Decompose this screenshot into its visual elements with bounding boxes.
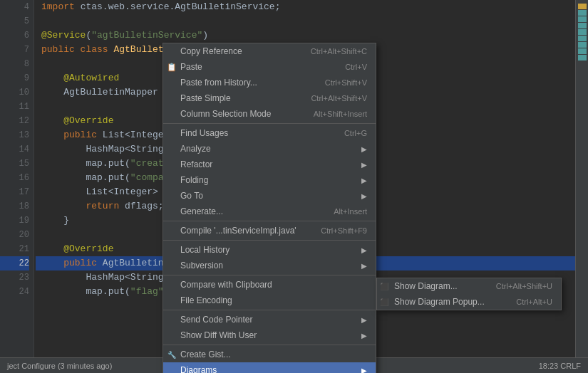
menu-column-selection[interactable]: Column Selection Mode Alt+Shift+Insert [163,106,376,122]
menu-paste[interactable]: 📋 Paste Ctrl+V [163,59,376,75]
show-diagram-label: Show Diagram... [394,281,458,291]
file-encoding-label: File Encoding [180,295,232,305]
generate-label: Generate... [180,206,223,216]
right-gutter [575,0,588,373]
show-diff-user-arrow: ▶ [361,332,367,340]
create-gist-label: Create Gist... [180,350,231,359]
subversion-label: Subversion [180,261,223,270]
menu-diagrams[interactable]: Diagrams ▶ [163,362,376,373]
local-history-label: Local History [180,245,229,255]
menu-compare-clipboard[interactable]: Compare with Clipboard [163,277,376,293]
code-line-4: import ctas.web.service.AgtBulletinServi… [36,0,588,14]
separator-1 [163,123,376,124]
local-history-arrow: ▶ [361,246,367,254]
submenu-show-diagram[interactable]: ⬛ Show Diagram... Ctrl+Alt+Shift+U [377,278,561,294]
paste-label: Paste [180,62,202,72]
menu-goto[interactable]: Go To ▶ [163,188,376,204]
menu-file-encoding[interactable]: File Encoding [163,293,376,308]
line-numbers: 4 5 6 7 8 9 10 11 12 13 14 15 16 17 18 1… [0,0,34,373]
compile-label: Compile '...tinServiceImpl.java' [180,226,296,236]
menu-compile[interactable]: Compile '...tinServiceImpl.java' Ctrl+Sh… [163,223,376,238]
compare-clipboard-label: Compare with Clipboard [180,280,272,290]
separator-6 [163,345,376,345]
paste-simple-label: Paste Simple [180,93,231,103]
menu-send-code-pointer[interactable]: Send Code Pointer ▶ [163,312,376,327]
paste-history-shortcut: Ctrl+Shift+V [325,78,367,87]
find-usages-shortcut: Ctrl+G [344,129,367,137]
paste-simple-shortcut: Ctrl+Alt+Shift+V [311,94,367,103]
gist-icon: 🔧 [166,351,177,359]
code-line-6: @Service("agtBulletinService") [36,28,588,43]
show-diagram-popup-label: Show Diagram Popup... [394,297,485,307]
code-line-5 [36,14,588,28]
show-diagram-popup-shortcut: Ctrl+Alt+U [516,298,552,306]
menu-copy-reference[interactable]: Copy Reference Ctrl+Alt+Shift+C [163,43,376,59]
find-usages-label: Find Usages [180,128,228,138]
diagrams-submenu: ⬛ Show Diagram... Ctrl+Alt+Shift+U ⬛ Sho… [376,278,562,310]
copy-reference-label: Copy Reference [180,46,242,56]
show-diff-user-label: Show Diff With User [180,330,257,340]
menu-refactor[interactable]: Refactor ▶ [163,157,376,172]
context-menu: Copy Reference Ctrl+Alt+Shift+C 📋 Paste … [163,43,376,373]
subversion-arrow: ▶ [361,262,367,270]
send-code-pointer-arrow: ▶ [361,316,367,324]
refactor-label: Refactor [180,159,212,169]
menu-analyze[interactable]: Analyze ▶ [163,141,376,157]
generate-shortcut: Alt+Insert [334,207,367,216]
show-diagram-icon: ⬛ [380,283,388,290]
send-code-pointer-label: Send Code Pointer [180,315,252,325]
separator-3 [163,240,376,241]
status-left: ject Configure (3 minutes ago) [7,362,112,370]
copy-reference-shortcut: Ctrl+Alt+Shift+C [311,47,367,56]
paste-icon: 📋 [166,63,177,72]
status-right: 18:23 CRLF [539,362,581,370]
menu-paste-simple[interactable]: Paste Simple Ctrl+Alt+Shift+V [163,90,376,106]
column-selection-shortcut: Alt+Shift+Insert [314,110,367,118]
goto-label: Go To [180,191,203,201]
menu-folding[interactable]: Folding ▶ [163,172,376,188]
paste-shortcut: Ctrl+V [345,63,367,71]
folding-arrow: ▶ [361,177,367,184]
compile-shortcut: Ctrl+Shift+F9 [321,226,367,235]
show-diagram-shortcut: Ctrl+Alt+Shift+U [496,282,552,290]
diagrams-label: Diagrams [180,365,217,373]
menu-find-usages[interactable]: Find Usages Ctrl+G [163,125,376,141]
separator-5 [163,310,376,310]
menu-create-gist[interactable]: 🔧 Create Gist... [163,347,376,362]
menu-local-history[interactable]: Local History ▶ [163,242,376,258]
analyze-arrow: ▶ [361,145,367,153]
analyze-label: Analyze [180,144,211,154]
folding-label: Folding [180,175,208,185]
menu-paste-history[interactable]: Paste from History... Ctrl+Shift+V [163,75,376,90]
separator-2 [163,221,376,221]
diagrams-arrow: ▶ [361,367,367,374]
refactor-arrow: ▶ [361,161,367,169]
menu-show-diff-user[interactable]: Show Diff With User ▶ [163,327,376,343]
goto-arrow: ▶ [361,192,367,200]
submenu-show-diagram-popup[interactable]: ⬛ Show Diagram Popup... Ctrl+Alt+U [377,294,561,310]
paste-history-label: Paste from History... [180,78,257,88]
menu-generate[interactable]: Generate... Alt+Insert [163,204,376,219]
column-selection-label: Column Selection Mode [180,109,271,119]
separator-4 [163,275,376,275]
menu-subversion[interactable]: Subversion ▶ [163,258,376,273]
show-diagram-popup-icon: ⬛ [380,298,388,306]
